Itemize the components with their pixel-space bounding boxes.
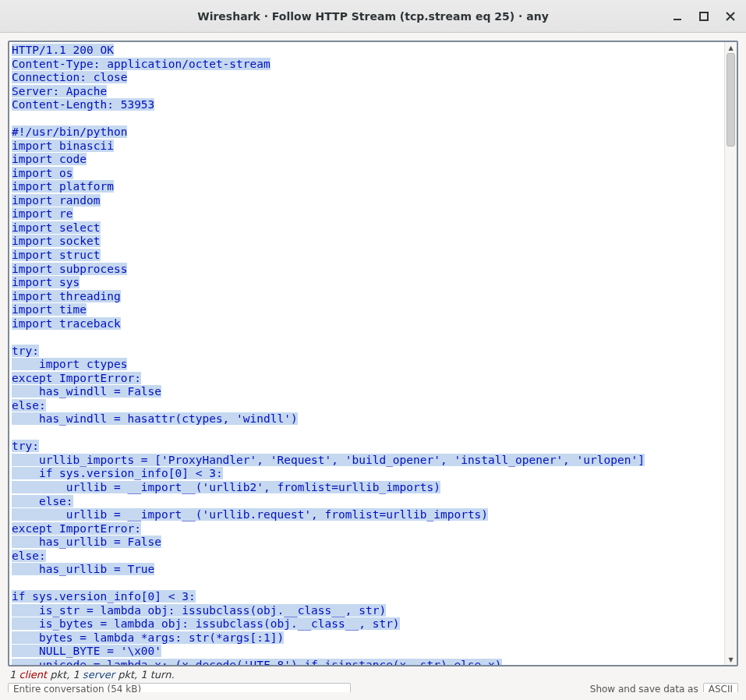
stream-line[interactable]: import os: [12, 167, 73, 179]
svg-rect-1: [700, 12, 708, 20]
stream-line[interactable]: import time: [12, 303, 87, 316]
encoding-combo[interactable]: ASCII: [703, 683, 738, 692]
stream-line[interactable]: has_windll = False: [12, 385, 161, 398]
stream-line[interactable]: import threading: [12, 290, 121, 302]
stream-line[interactable]: Connection: close: [12, 71, 127, 83]
stream-line[interactable]: unicode = lambda x: (x.decode('UTF-8') i…: [12, 659, 502, 665]
stream-line[interactable]: if sys.version_info[0] < 3:: [12, 590, 196, 603]
scrollbar-thumb[interactable]: [727, 53, 735, 147]
stream-line[interactable]: else:: [12, 495, 73, 507]
stream-line[interactable]: import struct: [12, 249, 101, 261]
stream-line[interactable]: has_windll = hasattr(ctypes, 'windll'): [12, 412, 298, 425]
stream-line[interactable]: urllib = __import__('urllib2', fromlist=…: [12, 481, 440, 493]
window-controls: [668, 7, 740, 26]
stream-line[interactable]: import sys: [12, 276, 80, 288]
stream-container: HTTP/1.1 200 OK Content-Type: applicatio…: [8, 41, 738, 666]
stream-line[interactable]: import re: [12, 207, 73, 220]
stream-line[interactable]: import code: [12, 153, 87, 165]
stream-text[interactable]: HTTP/1.1 200 OK Content-Type: applicatio…: [9, 42, 724, 665]
stream-line[interactable]: else:: [12, 550, 46, 562]
show-label: Show and save data as: [590, 684, 698, 692]
conversation-combo[interactable]: Entire conversation (54 kB): [8, 683, 351, 692]
close-icon: [724, 10, 737, 23]
scrollbar-down-icon[interactable]: ▼: [725, 654, 737, 665]
titlebar: Wireshark · Follow HTTP Stream (tcp.stre…: [0, 0, 746, 33]
maximize-icon: [698, 10, 710, 23]
status-pkt1: pkt,: [50, 669, 72, 681]
stream-line[interactable]: except ImportError:: [12, 372, 141, 384]
stream-line[interactable]: Content-Length: 53953: [12, 98, 154, 111]
minimize-icon: [671, 10, 684, 23]
scrollbar-track[interactable]: ▲ ▼: [724, 42, 737, 665]
stream-line[interactable]: is_str = lambda obj: issubclass(obj.__cl…: [12, 604, 386, 617]
window-title: Wireshark · Follow HTTP Stream (tcp.stre…: [197, 10, 549, 23]
status-count-server: 1: [72, 669, 79, 681]
svg-rect-0: [674, 19, 681, 20]
stream-line[interactable]: import traceback: [12, 317, 121, 330]
stream-line[interactable]: import binascii: [12, 140, 114, 152]
stream-line[interactable]: import platform: [12, 180, 114, 193]
stream-line[interactable]: has_urllib = True: [12, 563, 154, 575]
stream-line[interactable]: bytes = lambda *args: str(*args[:1]): [12, 631, 284, 644]
stream-line[interactable]: import select: [12, 221, 101, 234]
stream-line[interactable]: import ctypes: [12, 358, 127, 370]
stream-line[interactable]: HTTP/1.1 200 OK: [12, 44, 114, 56]
content-area: HTTP/1.1 200 OK Content-Type: applicatio…: [8, 41, 738, 692]
minimize-button[interactable]: [668, 7, 687, 26]
status-client-label: client: [19, 669, 47, 681]
stream-line[interactable]: import socket: [12, 235, 101, 247]
bottom-right: Show and save data as ASCII: [590, 683, 738, 692]
stream-line[interactable]: import random: [12, 194, 101, 207]
stream-line[interactable]: #!/usr/bin/python: [12, 126, 127, 138]
stream-line[interactable]: urllib = __import__('urllib.request', fr…: [12, 508, 488, 521]
status-server-label: server: [83, 669, 115, 681]
stream-line[interactable]: urllib_imports = ['ProxyHandler', 'Reque…: [12, 454, 645, 466]
status-bar: 1 client pkt, 1 server pkt, 1 turn.: [8, 666, 738, 683]
stream-line[interactable]: Server: Apache: [12, 85, 107, 97]
close-button[interactable]: [721, 7, 740, 26]
stream-line[interactable]: import subprocess: [12, 263, 127, 275]
stream-line[interactable]: try:: [12, 345, 39, 357]
stream-line[interactable]: try:: [12, 440, 39, 452]
status-pkt2: pkt, 1 turn.: [118, 669, 174, 681]
stream-line[interactable]: Content-Type: application/octet-stream: [12, 58, 270, 70]
bottom-row: Entire conversation (54 kB) Show and sav…: [8, 683, 738, 692]
status-count-client: 1: [9, 669, 16, 681]
stream-line[interactable]: NULL_BYTE = '\x00': [12, 645, 161, 657]
stream-line[interactable]: else:: [12, 399, 46, 412]
stream-line[interactable]: is_bytes = lambda obj: issubclass(obj.__…: [12, 617, 400, 630]
scrollbar-up-icon[interactable]: ▲: [725, 42, 737, 53]
maximize-button[interactable]: [695, 7, 713, 26]
stream-line[interactable]: except ImportError:: [12, 522, 141, 535]
stream-line[interactable]: has_urllib = False: [12, 536, 161, 548]
stream-line[interactable]: if sys.version_info[0] < 3:: [12, 467, 223, 479]
